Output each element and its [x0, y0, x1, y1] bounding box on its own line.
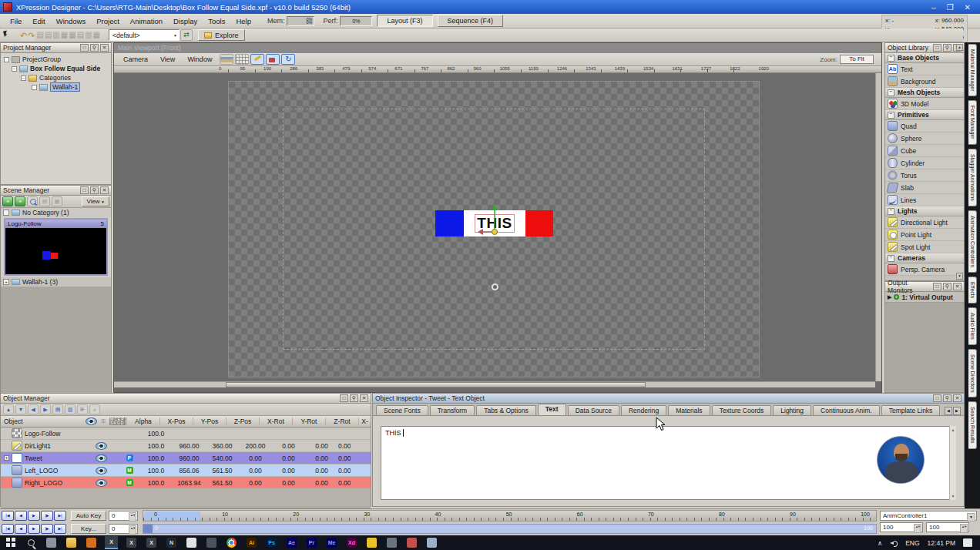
menu-item[interactable]: Edit [27, 15, 50, 27]
explore-button[interactable]: Explore [198, 29, 245, 41]
paint-icon[interactable] [405, 536, 418, 549]
transport-button[interactable]: ▶ [28, 511, 40, 521]
photoshop-icon[interactable]: Ps [265, 536, 278, 549]
library-row[interactable]: Sphere [885, 132, 964, 145]
project-tree-row[interactable]: − Box Follow Equal Side [1, 64, 111, 73]
tabs-scroll-left-icon[interactable]: ◀ [945, 407, 952, 415]
panel-pin-icon[interactable]: ⚲ [90, 186, 99, 194]
align-left-icon[interactable]: ▤ [36, 31, 43, 39]
eye-icon[interactable] [86, 418, 97, 425]
inspector-tab[interactable]: Data Source [568, 405, 619, 415]
volume-icon[interactable] [890, 540, 898, 546]
photos-icon[interactable] [45, 536, 58, 549]
transport-button[interactable]: |▶ [41, 511, 53, 521]
after-effects-icon[interactable]: Ae [285, 536, 298, 549]
column-header[interactable]: X-Rot [259, 418, 292, 425]
project-tree-row[interactable]: ProjectGroup [1, 55, 111, 64]
list-view-icon[interactable]: ▤ [39, 196, 50, 206]
column-header[interactable]: Alpha [126, 418, 159, 425]
search-scenes-icon[interactable] [27, 196, 38, 206]
library-row[interactable]: 3D Model [885, 98, 964, 110]
column-header[interactable]: X-Pos [159, 418, 193, 425]
sequence-mode-button[interactable]: Sequence (F4) [438, 15, 504, 27]
panel-close-icon[interactable]: ✕ [953, 283, 962, 290]
transport-button[interactable]: |▶ [41, 524, 53, 534]
camera-view-icon[interactable] [266, 54, 280, 65]
panel-restore-icon[interactable]: □ [340, 394, 348, 402]
language-indicator[interactable]: ENG [905, 539, 919, 547]
editor-vscrollbar[interactable]: ▲▼ [949, 426, 956, 500]
side-tab[interactable]: Scene Directors [968, 349, 977, 398]
viewport-menu-item[interactable]: View [154, 55, 181, 63]
inspector-tab[interactable]: Text [538, 404, 566, 415]
panel-close-icon[interactable]: ✕ [100, 186, 109, 194]
library-row[interactable]: Lines [885, 194, 964, 206]
zoom-value-box[interactable]: To Fit [840, 55, 874, 64]
view-dropdown[interactable]: View [82, 196, 109, 206]
search-objects-icon[interactable]: ⌕ [89, 404, 100, 414]
left-logo-quad[interactable] [435, 210, 464, 236]
align-bottom-icon[interactable]: ▤ [77, 31, 84, 39]
library-row[interactable]: Cameras [885, 253, 964, 263]
transport-button[interactable]: |◀ [2, 511, 14, 521]
swap-preset-icon[interactable]: ⇄ [180, 29, 193, 41]
category-checkbox[interactable] [3, 210, 9, 216]
transport-button[interactable]: ◀ [15, 511, 27, 521]
viewport-area[interactable]: THIS [114, 73, 881, 387]
align-top-icon[interactable]: ▦ [61, 31, 68, 39]
right-logo-quad[interactable] [525, 210, 553, 236]
tree-expander-icon[interactable]: − [12, 66, 17, 72]
snapshot-icon[interactable] [220, 54, 233, 65]
distribute-h-icon[interactable]: ▥ [85, 31, 92, 39]
panel-pin-icon[interactable]: ⚲ [943, 44, 951, 52]
controller-value-a[interactable]: 100 [880, 522, 923, 532]
inspector-tab[interactable]: Materials [668, 405, 710, 415]
draw-mode-icon[interactable] [250, 54, 264, 65]
visibility-eye-icon[interactable] [96, 467, 107, 475]
move-in-icon[interactable]: ▶ [40, 404, 51, 414]
app-dark-icon[interactable]: N [165, 536, 178, 549]
transport-button[interactable]: ▶ [28, 524, 40, 534]
virtual-output-row[interactable]: ▶ 1: Virtual Output [885, 292, 964, 303]
object-row[interactable]: Right_LOGO M 100.0 1063.94 561.50 0.00 0… [1, 477, 371, 489]
text-content-editor[interactable]: THIS [381, 426, 956, 500]
library-row[interactable]: Persp. Camera [885, 263, 964, 276]
redo-icon[interactable]: ↷ [28, 30, 35, 41]
chrome-icon[interactable] [225, 536, 238, 549]
move-up-icon[interactable]: ▲ [3, 404, 14, 414]
inspector-tab[interactable]: Rendering [621, 405, 666, 415]
transport-button[interactable]: ▶| [54, 511, 66, 521]
panel-restore-icon[interactable]: □ [933, 394, 941, 402]
undo-icon[interactable]: ↶ [20, 30, 27, 41]
library-row[interactable]: Background [885, 75, 964, 88]
panel-restore-icon[interactable]: □ [80, 186, 89, 194]
restore-button[interactable]: ❐ [947, 3, 954, 12]
frame-spinner[interactable]: 0 [109, 511, 138, 521]
clipboard-icon[interactable] [425, 536, 438, 549]
media-app-icon[interactable] [205, 536, 218, 549]
menu-item[interactable]: Help [230, 15, 257, 27]
object-row[interactable]: Logo-Follow 100.0 [1, 428, 371, 440]
side-tab[interactable]: Search Results [968, 401, 977, 448]
visibility-eye-icon[interactable] [96, 479, 107, 487]
illustrator-icon[interactable]: Ai [245, 536, 258, 549]
scene-group-row[interactable]: + Wallah-1 (3) [1, 277, 111, 287]
library-row[interactable]: Mesh Objects [885, 88, 964, 98]
filter-icon[interactable]: ⊪ [77, 404, 88, 414]
inspector-tab[interactable]: Scene Fonts [376, 405, 428, 415]
close-button[interactable]: ✕ [965, 3, 971, 12]
align-center-icon[interactable]: ▤ [45, 31, 52, 39]
anim-controller-dropdown[interactable]: AnimController1 [880, 511, 977, 521]
panel-close-icon[interactable]: ✕ [100, 44, 109, 52]
library-row[interactable]: Cube [885, 145, 964, 157]
row-expander-icon[interactable]: + [4, 455, 9, 461]
library-row[interactable]: Directional Light [885, 216, 964, 229]
visibility-eye-icon[interactable] [96, 454, 107, 462]
library-row[interactable]: Slab [885, 182, 964, 194]
column-header[interactable]: Y-Rot [292, 418, 325, 425]
scene-category-row[interactable]: No Category (1) [1, 208, 111, 217]
side-tab[interactable]: Animation Controllers [968, 210, 977, 273]
auto-key-button[interactable]: Auto Key [71, 511, 106, 521]
viewport-menu-item[interactable]: Window [181, 55, 218, 63]
inspector-tab[interactable]: Texture Coords [712, 405, 772, 415]
